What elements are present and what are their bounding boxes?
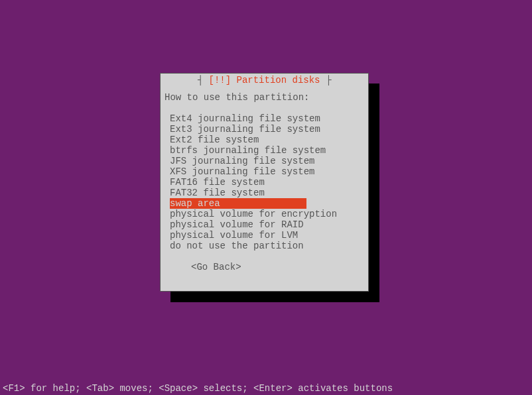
dialog-prompt: How to use this partition:	[165, 92, 364, 103]
option-ext4[interactable]: Ext4 journaling file system	[170, 113, 364, 124]
option-do-not-use[interactable]: do not use the partition	[170, 241, 364, 251]
option-btrfs[interactable]: btrfs journaling file system	[170, 145, 364, 156]
title-border-right: ├	[320, 75, 332, 85]
go-back-button[interactable]: <Go Back>	[165, 262, 364, 272]
option-ext3[interactable]: Ext3 journaling file system	[170, 124, 364, 135]
option-raid[interactable]: physical volume for RAID	[170, 219, 364, 230]
options-list: Ext4 journaling file system Ext3 journal…	[165, 113, 364, 251]
dialog-body: How to use this partition: Ext4 journali…	[161, 85, 368, 276]
help-footer: <F1> for help; <Tab> moves; <Space> sele…	[0, 382, 532, 395]
dialog-title-row: ┤ [!!] Partition disks ├	[161, 74, 368, 85]
option-swap[interactable]: swap area	[170, 198, 306, 209]
option-jfs[interactable]: JFS journaling file system	[170, 156, 364, 166]
title-border-left: ┤	[198, 75, 209, 85]
partition-dialog: ┤ [!!] Partition disks ├ How to use this…	[160, 73, 369, 292]
dialog-title-text: Partition disks	[231, 75, 320, 85]
option-fat32[interactable]: FAT32 file system	[170, 188, 364, 198]
option-lvm[interactable]: physical volume for LVM	[170, 230, 364, 241]
option-encryption[interactable]: physical volume for encryption	[170, 209, 364, 219]
option-fat16[interactable]: FAT16 file system	[170, 177, 364, 188]
option-ext2[interactable]: Ext2 file system	[170, 135, 364, 145]
dialog-title-alert: [!!]	[208, 75, 231, 85]
option-xfs[interactable]: XFS journaling file system	[170, 166, 364, 177]
